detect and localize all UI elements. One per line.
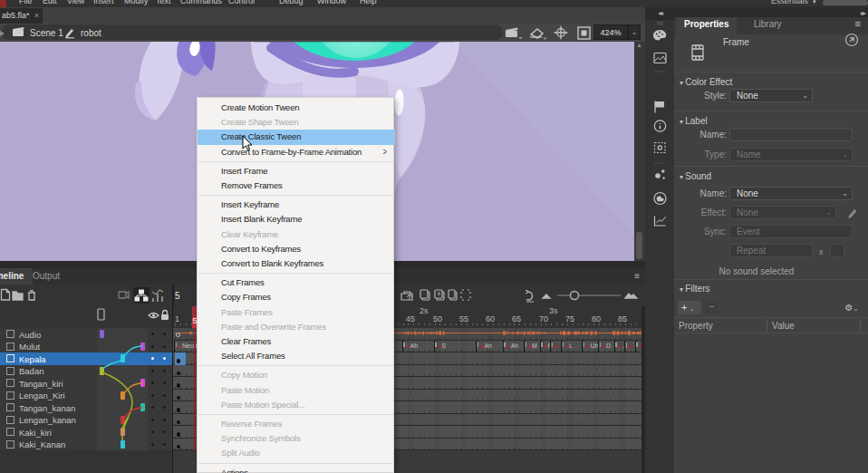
svg-text:5: 5 [175,291,180,301]
svg-text:Scene 1: Scene 1 [30,28,63,38]
svg-text:robot: robot [81,28,101,38]
